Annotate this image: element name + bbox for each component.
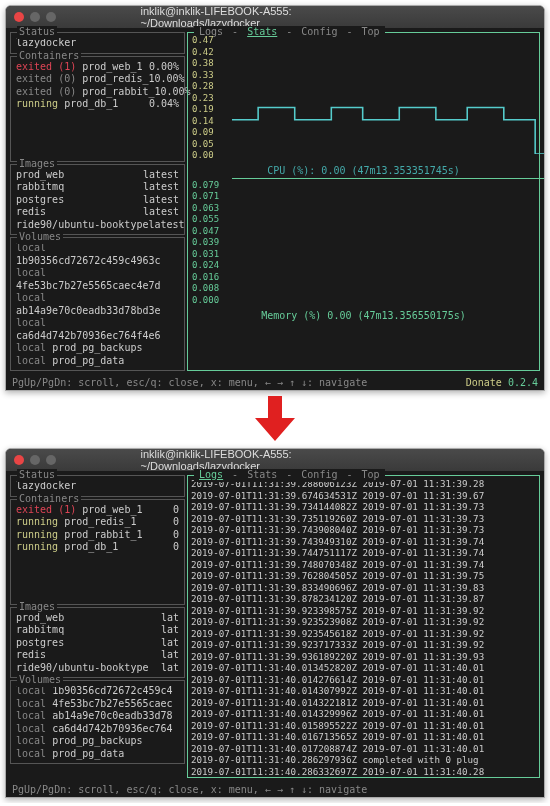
window-controls [14,12,56,22]
containers-panel-label: Containers [17,50,81,63]
version-text: 0.2.4 [508,377,538,388]
tab-top[interactable]: Top [359,469,383,480]
image-row[interactable]: postgreslat [16,637,179,650]
log-line: 2019-07-01T11:31:40.015895522Z 2019-07-0… [191,720,536,732]
image-row[interactable]: redislatest [16,206,179,219]
panel-tabs: Logs - Stats - Config - Top [194,469,385,482]
container-row[interactable]: exited (1) prod_web_10 [16,504,179,517]
titlebar[interactable]: inklik@inklik-LIFEBOOK-A555: ~/Downloads… [6,6,544,28]
log-line: 2019-07-01T11:31:40.014329996Z 2019-07-0… [191,708,536,720]
images-panel-label: Images [17,158,57,171]
volumes-panel[interactable]: Volumes local 1b90356cd72672c459c4local … [10,680,185,764]
log-line: 2019-07-01T11:31:39.936189220Z 2019-07-0… [191,651,536,663]
maximize-icon[interactable] [46,12,56,22]
log-line: 2019-07-01T11:31:39.833490696Z 2019-07-0… [191,582,536,594]
image-row[interactable]: rabbitmqlatest [16,181,179,194]
cpu-caption: CPU (%): 0.00 (47m13.353351745s) [188,165,539,178]
image-row[interactable]: ride90/ubuntu-booktypelat [16,662,179,675]
containers-panel[interactable]: Containers exited (1) prod_web_10.00%exi… [10,56,185,162]
status-value: lazydocker [16,480,179,493]
log-line: 2019-07-01T11:31:39.923523908Z 2019-07-0… [191,616,536,628]
images-panel[interactable]: Images prod_weblatrabbitmqlatpostgreslat… [10,607,185,679]
log-line: 2019-07-01T11:31:39.674634531Z 2019-07-0… [191,490,536,502]
volumes-panel-label: Volumes [17,674,63,687]
log-line: 2019-07-01T11:31:39.878234120Z 2019-07-0… [191,593,536,605]
volume-row[interactable]: local ca6d4d742b70936ec764 [16,723,179,736]
volume-row[interactable]: local 4fe53bc7b27e5565caec [16,698,179,711]
status-panel-label: Status [17,26,57,39]
volume-row[interactable]: local ab14a9e70c0eadb33d78 [16,710,179,723]
memory-chart: 0.0790.0710.0630.0550.0470.0390.0310.024… [188,178,539,308]
close-icon[interactable] [14,12,24,22]
close-icon[interactable] [14,455,24,465]
footer-hints: PgUp/PgDn: scroll, esc/q: close, x: menu… [12,784,367,795]
minimize-icon[interactable] [30,12,40,22]
container-row[interactable]: running prod_db_10.04% [16,98,179,111]
container-row[interactable]: exited (0) prod_redis_10.00% [16,73,179,86]
terminal-body: Status lazydocker Containers exited (1) … [6,28,544,375]
log-line: 2019-07-01T11:31:39.923545618Z 2019-07-0… [191,628,536,640]
log-line: 2019-07-01T11:31:39.923398575Z 2019-07-0… [191,605,536,617]
volume-row[interactable]: local prod_pg_backups [16,342,179,355]
container-row[interactable]: exited (1) prod_web_10.00% [16,61,179,74]
volume-row[interactable]: local prod_pg_data [16,748,179,761]
log-line: 2019-07-01T11:31:39.734144082Z 2019-07-0… [191,501,536,513]
window-bottom: inklik@inklik-LIFEBOOK-A555: ~/Downloads… [5,448,545,798]
log-output[interactable]: 2019-07-01T11:31:39.288606123Z 2019-07-0… [188,476,539,777]
tab-stats[interactable]: Stats [244,469,280,480]
volumes-panel-label: Volumes [17,231,63,244]
volume-row[interactable]: local prod_pg_data [16,355,179,368]
log-line: 2019-07-01T11:31:39.762804505Z 2019-07-0… [191,570,536,582]
log-line: 2019-07-01T11:31:40.286332697Z 2019-07-0… [191,766,536,778]
donate-link[interactable]: Donate [466,377,502,388]
container-row[interactable]: running prod_db_10 [16,541,179,554]
log-line: 2019-07-01T11:31:39.743908040Z 2019-07-0… [191,524,536,536]
status-value: lazydocker [16,37,179,50]
tab-config[interactable]: Config [298,469,340,480]
status-panel-label: Status [17,469,57,482]
terminal-body: Status lazydocker Containers exited (1) … [6,471,544,782]
container-row[interactable]: exited (0) prod_rabbit_10.00% [16,86,179,99]
containers-panel[interactable]: Containers exited (1) prod_web_10running… [10,499,185,605]
log-line: 2019-07-01T11:31:40.014322181Z 2019-07-0… [191,697,536,709]
volume-row[interactable]: local prod_pg_backups [16,735,179,748]
volume-row[interactable]: local 1b90356cd72672c459c4 [16,685,179,698]
logs-panel[interactable]: Logs - Stats - Config - Top 2019-07-01T1… [187,475,540,778]
log-line: 2019-07-01T11:31:40.286297936Z completed… [191,754,536,766]
tab-logs[interactable]: Logs [196,469,226,480]
stats-panel[interactable]: Logs - Stats - Config - Top 0.470.420.38… [187,32,540,371]
log-line: 2019-07-01T11:31:39.743949310Z 2019-07-0… [191,536,536,548]
log-line: 2019-07-01T11:31:40.017208874Z 2019-07-0… [191,743,536,755]
memory-caption: Memory (%) 0.00 (47m13.356550175s) [188,310,539,323]
image-row[interactable]: rabbitmqlat [16,624,179,637]
window-top: inklik@inklik-LIFEBOOK-A555: ~/Downloads… [5,5,545,391]
images-panel[interactable]: Images prod_weblatestrabbitmqlatestpostg… [10,164,185,236]
log-line: 2019-07-01T11:31:40.016713565Z 2019-07-0… [191,731,536,743]
image-row[interactable]: prod_weblatest [16,169,179,182]
arrow-indicator [0,396,550,443]
volumes-panel[interactable]: Volumes local 1b90356cd72672c459c4963clo… [10,237,185,371]
image-row[interactable]: prod_weblat [16,612,179,625]
log-line: 2019-07-01T11:31:39.923717333Z 2019-07-0… [191,639,536,651]
arrow-down-icon [250,396,300,441]
volume-row[interactable]: local 1b90356cd72672c459c4963c [16,242,179,267]
volume-row[interactable]: local ab14a9e70c0eadb33d78bd3e [16,292,179,317]
volume-row[interactable]: local ca6d4d742b70936ec764f4e6 [16,317,179,342]
log-line: 2019-07-01T11:31:39.735119260Z 2019-07-0… [191,513,536,525]
footer: PgUp/PgDn: scroll, esc/q: close, x: menu… [6,375,544,390]
maximize-icon[interactable] [46,455,56,465]
image-row[interactable]: ride90/ubuntu-booktypelatest [16,219,179,232]
image-row[interactable]: postgreslatest [16,194,179,207]
container-row[interactable]: running prod_redis_10 [16,516,179,529]
image-row[interactable]: redislat [16,649,179,662]
volume-row[interactable]: local 4fe53bc7b27e5565caec4e7d [16,267,179,292]
titlebar[interactable]: inklik@inklik-LIFEBOOK-A555: ~/Downloads… [6,449,544,471]
log-line: 2019-07-01T11:31:39.744751117Z 2019-07-0… [191,547,536,559]
minimize-icon[interactable] [30,455,40,465]
footer: PgUp/PgDn: scroll, esc/q: close, x: menu… [6,782,544,797]
container-row[interactable]: running prod_rabbit_10 [16,529,179,542]
containers-panel-label: Containers [17,493,81,506]
cpu-chart: 0.470.420.380.330.280.230.190.140.090.05… [188,33,539,163]
images-panel-label: Images [17,601,57,614]
log-line: 2019-07-01T11:31:39.748070348Z 2019-07-0… [191,559,536,571]
